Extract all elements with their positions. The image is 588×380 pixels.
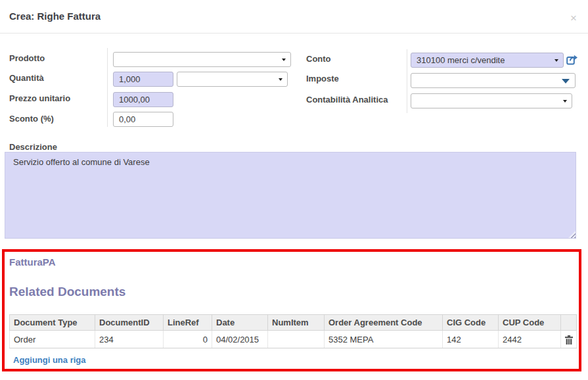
prezzo-unitario-input[interactable] — [113, 92, 173, 107]
col-num-item: NumItem — [268, 315, 325, 331]
close-icon[interactable]: × — [570, 12, 577, 24]
cell-date[interactable]: 04/02/2015 — [212, 331, 268, 348]
related-documents-title: Related Documents — [9, 285, 125, 299]
uom-select[interactable] — [177, 72, 288, 87]
table-row[interactable]: Order 234 0 04/02/2015 5352 MEPA 142 244… — [10, 331, 577, 348]
col-line-ref: LineRef — [164, 315, 212, 331]
conto-select-value: 310100 merci c/vendite — [417, 55, 505, 65]
prodotto-label: Prodotto — [9, 53, 45, 63]
contabilita-analitica-select[interactable] — [411, 93, 572, 108]
left-group-divider — [107, 48, 108, 127]
col-date: Date — [212, 315, 268, 331]
quantita-label: Quantità — [9, 73, 44, 83]
add-row-link[interactable]: Aggiungi una riga — [13, 355, 86, 365]
col-document-id: DocumentID — [95, 315, 164, 331]
quantita-input[interactable] — [113, 72, 173, 87]
contabilita-analitica-label: Contabilità Analitica — [306, 95, 388, 105]
cell-actions — [561, 331, 577, 348]
sconto-label: Sconto (%) — [9, 114, 54, 124]
right-group-divider — [407, 49, 407, 113]
col-cig-code: CIG Code — [443, 315, 499, 331]
dialog-title: Crea: Righe Fattura — [9, 11, 101, 22]
cell-order-agreement-code[interactable]: 5352 MEPA — [325, 331, 443, 348]
caret-down-icon — [554, 59, 558, 62]
conto-label: Conto — [306, 54, 331, 64]
imposte-field[interactable] — [411, 73, 576, 88]
prezzo-unitario-label: Prezzo unitario — [9, 93, 70, 103]
cell-num-item[interactable] — [268, 331, 325, 348]
header-divider — [0, 33, 588, 34]
caret-down-icon — [282, 59, 286, 61]
external-link-icon[interactable] — [566, 54, 578, 65]
delete-row-trash-icon[interactable] — [565, 334, 573, 344]
col-cup-code: CUP Code — [499, 315, 561, 331]
cell-line-ref[interactable]: 0 — [164, 331, 212, 348]
imposte-label: Imposte — [306, 74, 339, 83]
prodotto-select[interactable] — [113, 52, 291, 67]
cell-cup-code[interactable]: 2442 — [499, 331, 561, 348]
descrizione-label: Descrizione — [9, 142, 57, 152]
descrizione-textarea[interactable]: Servizio offerto al comune di Varese — [5, 152, 576, 239]
caret-down-icon — [563, 100, 567, 103]
conto-select[interactable]: 310100 merci c/vendite — [411, 53, 564, 68]
create-invoice-line-dialog: Crea: Righe Fattura × Prodotto Quantità … — [0, 0, 588, 380]
related-documents-table: Document Type DocumentID LineRef Date Nu… — [9, 314, 577, 348]
col-document-type: Document Type — [10, 315, 95, 331]
cell-cig-code[interactable]: 142 — [443, 331, 499, 348]
fatturapa-section: FatturaPA Related Documents Document Typ… — [2, 249, 581, 371]
cell-document-id[interactable]: 234 — [95, 331, 164, 348]
caret-down-icon — [279, 78, 283, 81]
col-order-agreement-code: Order Agreement Code — [325, 315, 443, 331]
cell-document-type[interactable]: Order — [10, 331, 95, 348]
table-header-row: Document Type DocumentID LineRef Date Nu… — [10, 315, 577, 331]
fatturapa-section-title: FatturaPA — [9, 256, 56, 268]
caret-down-icon — [562, 79, 570, 83]
sconto-input[interactable] — [113, 112, 173, 127]
col-actions — [561, 315, 577, 331]
